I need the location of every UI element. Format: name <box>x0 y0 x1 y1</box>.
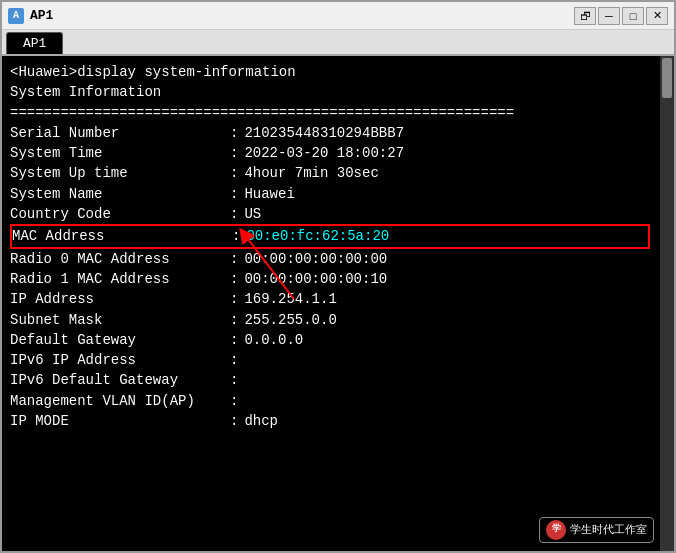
field-name-1: System Time <box>10 143 230 163</box>
scrollbar[interactable] <box>660 56 674 551</box>
field-name-0: Serial Number <box>10 123 230 143</box>
field-colon-9: : <box>230 310 238 330</box>
main-window: A AP1 🗗 ─ □ ✕ AP1 <Huawei>display system… <box>0 0 676 553</box>
field-value-14: dhcp <box>244 411 278 431</box>
field-row-5: MAC Address : 00:e0:fc:62:5a:20 <box>10 224 650 248</box>
heading-text: System Information <box>10 82 161 102</box>
field-colon-12: : <box>230 370 238 390</box>
field-value-2: 4hour 7min 30sec <box>244 163 378 183</box>
restore-button[interactable]: 🗗 <box>574 7 596 25</box>
field-colon-13: : <box>230 391 238 411</box>
field-row-8: IP Address : 169.254.1.1 <box>10 289 650 309</box>
field-colon-4: : <box>230 204 238 224</box>
field-row-7: Radio 1 MAC Address : 00:00:00:00:00:10 <box>10 269 650 289</box>
field-row-11: IPv6 IP Address : <box>10 350 650 370</box>
field-name-7: Radio 1 MAC Address <box>10 269 230 289</box>
field-value-0: 210235448310294BBB7 <box>244 123 404 143</box>
field-name-3: System Name <box>10 184 230 204</box>
field-colon-1: : <box>230 143 238 163</box>
close-button[interactable]: ✕ <box>646 7 668 25</box>
field-row-4: Country Code : US <box>10 204 650 224</box>
field-row-0: Serial Number : 210235448310294BBB7 <box>10 123 650 143</box>
command-text: <Huawei>display system-information <box>10 62 296 82</box>
field-colon-10: : <box>230 330 238 350</box>
field-row-6: Radio 0 MAC Address : 00:00:00:00:00:00 <box>10 249 650 269</box>
field-name-5: MAC Address <box>12 226 232 246</box>
field-value-4: US <box>244 204 261 224</box>
title-bar-left: A AP1 <box>8 8 53 24</box>
field-name-4: Country Code <box>10 204 230 224</box>
tab-bar: AP1 <box>2 30 674 56</box>
field-row-1: System Time : 2022-03-20 18:00:27 <box>10 143 650 163</box>
field-colon-11: : <box>230 350 238 370</box>
field-name-10: Default Gateway <box>10 330 230 350</box>
scroll-thumb[interactable] <box>662 58 672 98</box>
heading-line: System Information <box>10 82 650 102</box>
field-colon-8: : <box>230 289 238 309</box>
watermark-text: 学生时代工作室 <box>570 522 647 538</box>
field-row-3: System Name : Huawei <box>10 184 650 204</box>
watermark: 学 学生时代工作室 <box>539 517 654 543</box>
field-value-10: 0.0.0.0 <box>244 330 303 350</box>
field-name-13: Management VLAN ID(AP) <box>10 391 230 411</box>
field-name-9: Subnet Mask <box>10 310 230 330</box>
field-row-9: Subnet Mask : 255.255.0.0 <box>10 310 650 330</box>
title-bar-controls: 🗗 ─ □ ✕ <box>574 7 668 25</box>
field-value-3: Huawei <box>244 184 294 204</box>
watermark-icon: 学 <box>546 520 566 540</box>
field-value-8: 169.254.1.1 <box>244 289 336 309</box>
watermark-box: 学 学生时代工作室 <box>539 517 654 543</box>
field-name-6: Radio 0 MAC Address <box>10 249 230 269</box>
tab-ap1[interactable]: AP1 <box>6 32 63 54</box>
field-row-10: Default Gateway : 0.0.0.0 <box>10 330 650 350</box>
window-title: AP1 <box>30 8 53 23</box>
field-value-7: 00:00:00:00:00:10 <box>244 269 387 289</box>
field-name-12: IPv6 Default Gateway <box>10 370 230 390</box>
field-row-12: IPv6 Default Gateway : <box>10 370 650 390</box>
title-bar: A AP1 🗗 ─ □ ✕ <box>2 2 674 30</box>
field-value-6: 00:00:00:00:00:00 <box>244 249 387 269</box>
field-row-2: System Up time : 4hour 7min 30sec <box>10 163 650 183</box>
field-row-13: Management VLAN ID(AP) : <box>10 391 650 411</box>
command-line: <Huawei>display system-information <box>10 62 650 82</box>
app-icon: A <box>8 8 24 24</box>
minimize-button[interactable]: ─ <box>598 7 620 25</box>
terminal-area: <Huawei>display system-information Syste… <box>2 56 674 551</box>
field-colon-0: : <box>230 123 238 143</box>
terminal-content: <Huawei>display system-information Syste… <box>10 62 666 431</box>
field-name-14: IP MODE <box>10 411 230 431</box>
field-colon-7: : <box>230 269 238 289</box>
field-value-1: 2022-03-20 18:00:27 <box>244 143 404 163</box>
field-name-2: System Up time <box>10 163 230 183</box>
field-name-11: IPv6 IP Address <box>10 350 230 370</box>
fields-container: Serial Number : 210235448310294BBB7Syste… <box>10 123 650 431</box>
field-colon-6: : <box>230 249 238 269</box>
field-value-5: 00:e0:fc:62:5a:20 <box>246 226 389 246</box>
field-colon-14: : <box>230 411 238 431</box>
maximize-button[interactable]: □ <box>622 7 644 25</box>
field-colon-2: : <box>230 163 238 183</box>
field-name-8: IP Address <box>10 289 230 309</box>
separator-line: ========================================… <box>10 103 650 123</box>
field-row-14: IP MODE : dhcp <box>10 411 650 431</box>
field-colon-5: : <box>232 226 240 246</box>
field-colon-3: : <box>230 184 238 204</box>
field-value-9: 255.255.0.0 <box>244 310 336 330</box>
separator-text: ========================================… <box>10 103 514 123</box>
